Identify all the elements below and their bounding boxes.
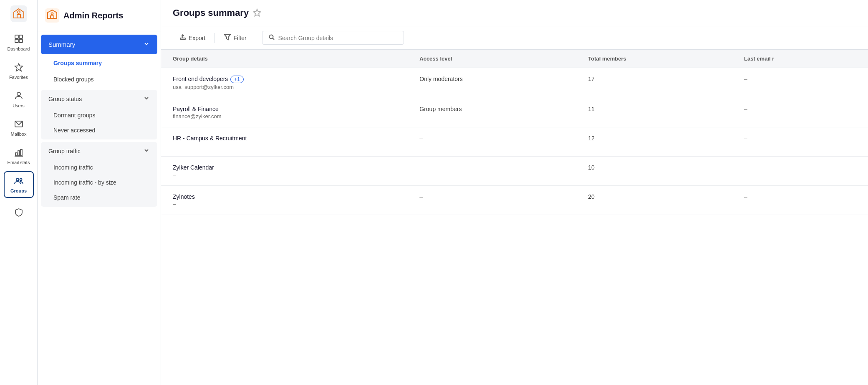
- col-last-email: Last email r: [732, 50, 868, 68]
- chevron-down-icon: [143, 41, 150, 48]
- cell-group-details: Zylker Calendar–: [161, 157, 408, 186]
- group-traffic-children: Incoming traffic Incoming traffic - by s…: [41, 160, 157, 207]
- groups-table: Group details Access level Total members…: [161, 50, 868, 215]
- group-badge: +1: [230, 76, 244, 83]
- sidebar-item-favorites[interactable]: Favorites: [4, 58, 34, 84]
- sidebar: Admin Reports Summary Groups summary Blo…: [38, 0, 161, 385]
- cell-total-members: 17: [576, 68, 732, 98]
- incoming-traffic-size-link[interactable]: Incoming traffic - by size: [41, 175, 157, 190]
- group-name: HR - Campus & Recruitment: [173, 135, 396, 142]
- group-traffic-label: Group traffic: [48, 148, 81, 155]
- sidebar-item-emailstats[interactable]: Email stats: [4, 143, 34, 170]
- cell-last-email: –: [732, 98, 868, 127]
- groups-label: Groups: [10, 188, 27, 193]
- group-status-header[interactable]: Group status: [41, 90, 157, 108]
- summary-submenu: Groups summary Blocked groups: [38, 55, 161, 87]
- main-header: Groups summary: [161, 0, 868, 26]
- svg-marker-6: [15, 63, 23, 71]
- cell-last-email: –: [732, 157, 868, 186]
- group-traffic-header[interactable]: Group traffic: [41, 142, 157, 160]
- cell-group-details: HR - Campus & Recruitment–: [161, 127, 408, 157]
- filter-button[interactable]: Filter: [217, 30, 253, 45]
- never-accessed-link[interactable]: Never accessed: [41, 123, 157, 138]
- svg-rect-4: [15, 39, 18, 43]
- group-email: usa_support@zylker.com: [173, 84, 396, 90]
- grid-icon: [14, 34, 23, 45]
- group-name: Payroll & Finance: [173, 106, 396, 112]
- cell-access-level: –: [408, 157, 576, 186]
- table-row: Front end developers+1usa_support@zylker…: [161, 68, 868, 98]
- summary-label: Summary: [48, 41, 75, 48]
- filter-icon: [224, 34, 231, 42]
- spam-rate-link[interactable]: Spam rate: [41, 190, 157, 205]
- sidebar-item-dashboard[interactable]: Dashboard: [4, 29, 34, 56]
- filter-label: Filter: [233, 35, 246, 41]
- svg-point-20: [269, 35, 273, 39]
- cell-access-level: Only moderators: [408, 68, 576, 98]
- export-button[interactable]: Export: [173, 30, 212, 45]
- toolbar-divider-1: [214, 33, 215, 43]
- emailstats-label: Email stats: [8, 160, 30, 165]
- mailbox-label: Mailbox: [11, 132, 27, 137]
- favorites-label: Favorites: [9, 75, 28, 80]
- search-container[interactable]: [262, 31, 404, 45]
- svg-rect-18: [180, 38, 185, 40]
- svg-rect-2: [15, 35, 18, 38]
- svg-rect-3: [19, 35, 23, 38]
- sidebar-item-shield[interactable]: [4, 200, 34, 226]
- groups-icon: [14, 176, 23, 187]
- icon-nav: Dashboard Favorites Users Mailbox Email …: [0, 0, 38, 385]
- group-email: finance@zylker.com: [173, 113, 396, 119]
- sidebar-summary-menu[interactable]: Summary: [41, 35, 157, 54]
- main-content: Groups summary Export Filter: [161, 0, 868, 385]
- dormant-groups-link[interactable]: Dormant groups: [41, 108, 157, 123]
- cell-last-email: –: [732, 127, 868, 157]
- col-group-details: Group details: [161, 50, 408, 68]
- toolbar: Export Filter: [161, 26, 868, 50]
- group-name: Zylnotes: [173, 193, 396, 200]
- svg-point-14: [20, 178, 22, 180]
- shield-icon: [14, 208, 23, 218]
- table-header-row: Group details Access level Total members…: [161, 50, 868, 68]
- col-access-level: Access level: [408, 50, 576, 68]
- svg-rect-10: [18, 151, 20, 156]
- search-input[interactable]: [278, 35, 398, 41]
- cell-last-email: –: [732, 68, 868, 98]
- svg-marker-17: [254, 9, 261, 16]
- cell-group-details: Front end developers+1usa_support@zylker…: [161, 68, 408, 98]
- blocked-groups-link[interactable]: Blocked groups: [41, 71, 157, 87]
- group-email: –: [173, 172, 396, 178]
- export-label: Export: [189, 35, 205, 41]
- table-row: Payroll & Financefinance@zylker.comGroup…: [161, 98, 868, 127]
- cell-total-members: 20: [576, 186, 732, 215]
- favorite-star-icon[interactable]: [253, 8, 261, 18]
- sidebar-item-mailbox[interactable]: Mailbox: [4, 114, 34, 141]
- search-icon: [268, 34, 275, 42]
- table-row: HR - Campus & Recruitment––12–: [161, 127, 868, 157]
- table-container: Group details Access level Total members…: [161, 50, 868, 385]
- chevron-group-traffic-icon: [143, 147, 150, 155]
- svg-point-7: [17, 92, 20, 96]
- cell-access-level: –: [408, 127, 576, 157]
- app-logo: [9, 4, 28, 23]
- table-row: Zylker Calendar––10–: [161, 157, 868, 186]
- group-name: Front end developers+1: [173, 76, 396, 83]
- svg-line-21: [273, 38, 274, 40]
- sidebar-item-users[interactable]: Users: [4, 86, 34, 113]
- app-title-text: Admin Reports: [63, 11, 123, 20]
- page-title: Groups summary: [173, 8, 249, 18]
- svg-rect-9: [15, 153, 17, 156]
- incoming-traffic-link[interactable]: Incoming traffic: [41, 160, 157, 175]
- cell-total-members: 11: [576, 98, 732, 127]
- cell-total-members: 10: [576, 157, 732, 186]
- toolbar-divider-2: [256, 33, 256, 43]
- cell-last-email: –: [732, 186, 868, 215]
- users-label: Users: [13, 103, 25, 108]
- table-row: Zylnotes––20–: [161, 186, 868, 215]
- groups-summary-link[interactable]: Groups summary: [41, 55, 157, 71]
- svg-point-13: [16, 178, 19, 181]
- sidebar-item-groups[interactable]: Groups: [4, 171, 34, 198]
- cell-total-members: 12: [576, 127, 732, 157]
- mail-icon: [14, 119, 23, 130]
- svg-rect-11: [20, 149, 22, 156]
